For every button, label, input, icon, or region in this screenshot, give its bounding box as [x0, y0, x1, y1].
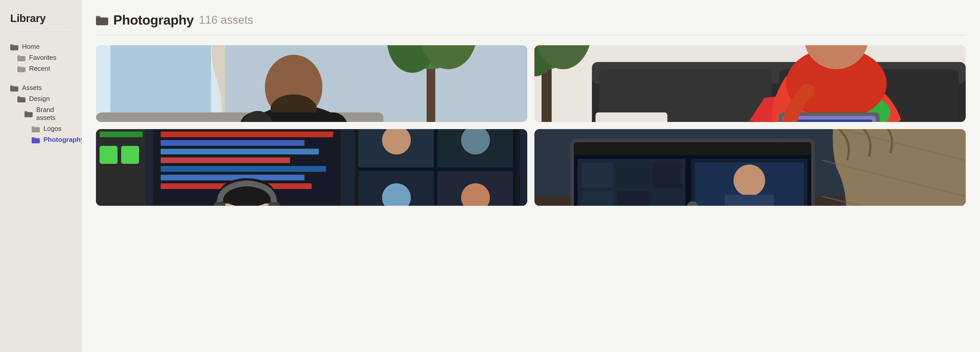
- design-label: Design: [29, 95, 50, 103]
- svg-rect-53: [100, 146, 118, 164]
- home-label: Home: [22, 43, 40, 51]
- sidebar-item-design[interactable]: Design: [10, 93, 71, 104]
- svg-rect-101: [617, 162, 649, 188]
- nav-home-section: Home Favorites Recent: [10, 41, 71, 74]
- photo-image-woman-couch: [535, 45, 966, 122]
- svg-rect-102: [653, 162, 682, 188]
- svg-rect-64: [161, 174, 304, 181]
- svg-rect-26: [595, 112, 667, 122]
- svg-rect-86: [269, 202, 280, 206]
- sidebar-item-favorites[interactable]: Favorites: [10, 52, 71, 63]
- photo-card-laptop-surface[interactable]: [535, 129, 966, 206]
- design-folder-icon: [18, 95, 25, 102]
- home-folder-icon: [10, 43, 18, 50]
- brand-assets-folder-icon: [24, 110, 33, 117]
- svg-rect-100: [581, 162, 614, 188]
- photography-folder-icon: [32, 136, 40, 143]
- svg-rect-85: [214, 202, 225, 206]
- logos-folder-icon: [32, 125, 40, 133]
- sidebar-item-assets[interactable]: Assets: [10, 82, 71, 93]
- sidebar-item-logos[interactable]: Logos: [10, 123, 71, 134]
- sidebar-title: Library: [10, 12, 71, 24]
- asset-count: 116 assets: [199, 14, 253, 26]
- photo-image-man-laptop: [96, 45, 527, 122]
- svg-rect-59: [161, 131, 333, 137]
- svg-rect-62: [161, 157, 290, 163]
- svg-rect-60: [161, 140, 304, 146]
- page-folder-icon: [96, 14, 108, 25]
- photo-card-woman-couch[interactable]: [535, 45, 966, 122]
- sidebar: Library Home Favorites: [0, 0, 82, 352]
- photo-image-woman-desk: [96, 129, 527, 206]
- brand-assets-label: Brand assets: [36, 106, 71, 122]
- recent-folder-icon: [18, 65, 25, 72]
- svg-rect-61: [161, 149, 319, 155]
- svg-rect-3: [110, 45, 211, 112]
- favorites-label: Favorites: [29, 54, 56, 62]
- sidebar-item-brand-assets[interactable]: Brand assets: [10, 104, 71, 123]
- sidebar-item-photography[interactable]: Photography: [10, 134, 71, 145]
- sidebar-divider: [10, 32, 71, 32]
- photo-card-man-laptop[interactable]: [96, 45, 527, 122]
- page-title: Photography: [113, 12, 194, 27]
- svg-rect-63: [161, 166, 326, 172]
- logos-label: Logos: [43, 125, 62, 133]
- nav-assets-section: Assets Design Brand assets: [10, 82, 71, 145]
- sidebar-item-home[interactable]: Home: [10, 41, 71, 52]
- main-divider: [96, 35, 966, 35]
- svg-rect-107: [725, 195, 774, 206]
- svg-rect-103: [581, 191, 614, 206]
- photography-sidebar-label: Photography: [43, 136, 84, 144]
- assets-folder-icon: [10, 84, 18, 91]
- favorites-folder-icon: [18, 54, 25, 61]
- photo-card-woman-desk[interactable]: [96, 129, 527, 206]
- svg-rect-97: [574, 142, 811, 155]
- svg-rect-40: [786, 120, 872, 122]
- assets-label: Assets: [22, 84, 42, 92]
- svg-point-106: [733, 165, 765, 196]
- svg-rect-104: [617, 191, 649, 206]
- photo-image-laptop-surface: [535, 129, 966, 206]
- sidebar-item-recent[interactable]: Recent: [10, 63, 71, 74]
- svg-rect-54: [121, 146, 139, 164]
- recent-label: Recent: [29, 65, 50, 73]
- main-content: Photography 116 assets: [82, 0, 980, 352]
- photo-grid: [96, 45, 966, 206]
- svg-rect-52: [100, 131, 143, 137]
- page-header: Photography 116 assets: [96, 12, 966, 27]
- svg-rect-47: [96, 129, 146, 206]
